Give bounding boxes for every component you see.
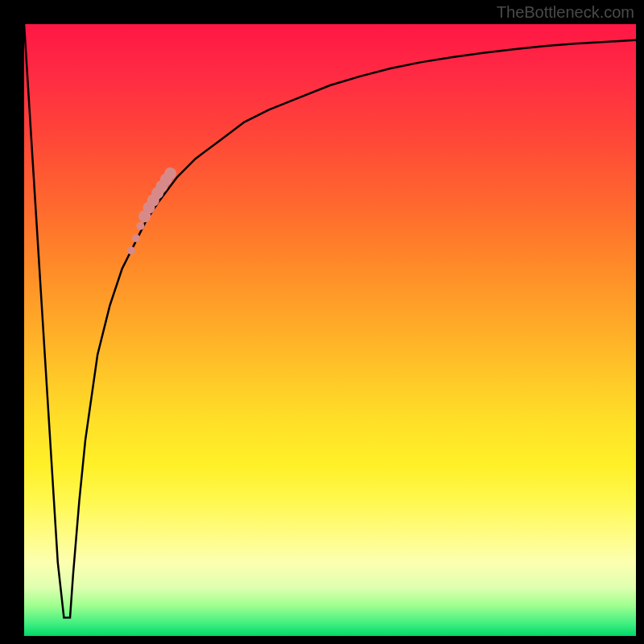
plot-area [24,24,636,636]
curve-marker [132,234,140,242]
watermark-text: TheBottleneck.com [497,3,634,22]
bottleneck-curve [24,24,636,617]
curve-marker [127,246,135,254]
curve-marker [164,167,176,180]
curve-marker [136,222,144,230]
curve-layer [24,24,636,636]
curve-markers [127,167,176,254]
chart-frame: TheBottleneck.com [0,0,644,644]
